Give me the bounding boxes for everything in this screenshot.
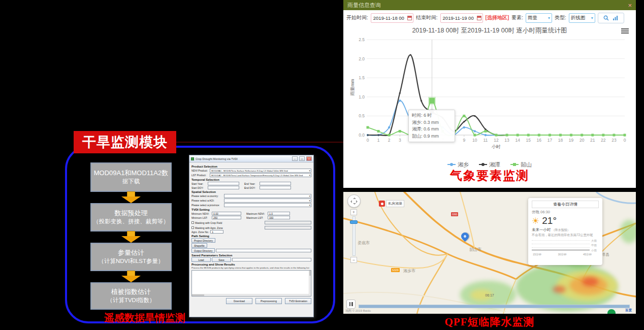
agro-no-input[interactable]: 1 [210,230,223,234]
load-button[interactable]: Load [191,257,211,262]
start-year-label: Start Year: [191,182,207,185]
ndvi-product-select[interactable]: MOD09A1 - MODIS/Terra Surface Reflectanc… [210,169,311,173]
section-temporal: Temporal Selection [191,178,311,181]
search-icon[interactable] [603,15,609,21]
pause-button[interactable] [346,300,356,309]
start-year-input[interactable] [208,182,239,185]
results-list[interactable] [191,270,311,296]
mask-agro-input[interactable] [265,226,311,229]
chart-menu-icon[interactable] [621,27,629,35]
end-year-input[interactable] [260,182,291,185]
minimize-button[interactable]: – [292,156,298,161]
slide-canvas: 干旱监测模块 MOD09A1和MOD11A2数据下载数据预处理（投影变换、拼接、… [0,0,644,330]
calendar-icon[interactable] [407,16,412,20]
svg-text:13: 13 [504,138,509,143]
weather-card-header[interactable]: 查看今日详情 [532,201,599,208]
tvdi-estimation-button[interactable]: TVDI Estimation [285,298,311,304]
svg-text:9: 9 [463,138,465,143]
svg-text:17: 17 [548,138,553,143]
precip-timeline-labels: 15分钟30分钟45分钟 [532,252,599,256]
close-button[interactable]: × [306,156,312,161]
flow-arrow-icon [121,191,141,203]
section-spatial: Spatial Selection [191,190,311,193]
export-icon[interactable] [613,15,618,21]
lst-product-select[interactable]: MOD11A2 - MODIS/Terra Land Surface Tempe… [210,173,311,177]
rain-window-close-icon[interactable]: × [628,2,632,9]
start-doy-input[interactable] [208,186,239,189]
radar-echo-green [620,220,636,243]
weather-card-time: 傍晚 06:30 [532,210,599,215]
map-logo-text: 百度 [625,308,632,313]
svg-text:1.5: 1.5 [359,75,365,80]
section-tvdi: TVDI Setting [191,208,311,211]
weather-caption: 气象要素监测 [343,168,636,184]
radar-time-label: 06:17 [343,293,636,297]
project-directory-button[interactable]: Project Directory [191,238,215,243]
output-directory-input[interactable] [216,249,311,252]
flow-step: 植被指数估计（计算TVDI指数） [90,282,172,310]
download-button[interactable]: Download [226,298,252,304]
svg-text:2.5: 2.5 [359,37,365,42]
mask-crop-checkbox[interactable] [191,221,194,224]
element-label: 要素: [511,14,523,21]
precip-level-label: 大雨 [591,239,599,243]
shapefile-button[interactable]: Shapefile [191,243,207,248]
title-connector-line [176,142,344,143]
max-lst-input[interactable]: 330 [268,216,290,219]
max-ndvi-input[interactable]: 1.0 [268,212,290,215]
province-select[interactable] [224,203,311,207]
maximize-button[interactable]: □ [299,156,305,161]
calendar-icon[interactable] [477,16,481,20]
radar-progress-bar[interactable] [359,305,630,308]
qpf-map-panel[interactable]: 娄底市湘乡市韶山市宁乡县湘潭县双峰县 G60S329 + − 私房湘菜 查看今日… [343,192,636,314]
app-titlebar[interactable]: Crop Drought Monitoring via TVDI – □ × [189,155,313,162]
svg-text:23: 23 [611,138,617,143]
zoom-out-button[interactable]: − [350,257,357,263]
saved-params-input[interactable] [232,258,311,261]
output-directory-button[interactable]: Output Directory [191,248,215,253]
svg-text:15: 15 [526,138,531,143]
min-ndvi-input[interactable]: 0.00 [212,212,241,215]
svg-text:0.0: 0.0 [359,133,365,138]
max-lst-label: Maximum LST: [246,216,267,219]
type-select[interactable]: 折线图 ▾ [569,13,595,23]
select-region-link[interactable]: [选择地区] [486,14,509,21]
flow-arrow-icon [121,271,141,282]
pan-control[interactable] [347,194,361,208]
mask-crop-input[interactable] [265,221,311,224]
map-poi[interactable]: 私房湘菜 [379,200,404,207]
rain-window-titlebar[interactable]: 雨量信息查询 × [343,0,636,10]
poi-marker-icon[interactable] [379,201,385,207]
country-select[interactable] [224,194,311,198]
save-button[interactable]: Save [212,257,231,262]
section-saved: Saved Parameters Selection [191,254,311,257]
end-doy-label: End DOY: [244,186,259,189]
query-toolbar: 开始时间: 2019-11-18 00 结束时间: 2019-11-19 00 … [343,10,636,25]
zoom-in-button[interactable]: + [350,209,357,215]
tvdi-app-window: Crop Drought Monitoring via TVDI – □ × P… [189,155,314,317]
end-doy-input[interactable] [260,186,291,189]
end-time-input[interactable]: 2019-11-19 00 [440,13,483,23]
start-time-input[interactable]: 2019-11-18 00 [371,13,413,23]
svg-text:0: 0 [367,138,369,143]
province-label: Please select a province: [191,204,223,207]
rain-line-chart[interactable]: 0.00.51.01.52.02.5雨量mm012345678910111213… [347,35,632,154]
zoom-slider-handle[interactable] [350,220,358,224]
results-vscrollbar[interactable] [309,271,311,296]
road-shield: S329 [391,268,400,272]
precip-mini-chart: 大雨中雨小雨 [532,239,599,252]
ndvi-product-label: NDVI Product: [191,169,209,172]
lst-product-label: LST Product: [191,174,209,177]
results-hscrollbar[interactable] [192,294,309,296]
min-ndvi-label: Minimum NDVI: [191,212,211,215]
mask-agro-checkbox[interactable] [191,226,194,229]
start-doy-label: Start DOY: [191,186,207,189]
element-select[interactable]: 雨量 ▾ [526,13,552,23]
aoi-select[interactable] [224,199,311,203]
min-lst-input[interactable]: 250 [212,216,241,219]
qpf-caption: QPF短临降水监测 [343,315,636,329]
end-time-label: 结束时间: [416,14,438,21]
start-time-label: 开始时间: [346,14,368,21]
preprocessing-button[interactable]: Preprocessing [255,298,282,304]
max-ndvi-label: Maximum NDVI: [246,212,267,215]
